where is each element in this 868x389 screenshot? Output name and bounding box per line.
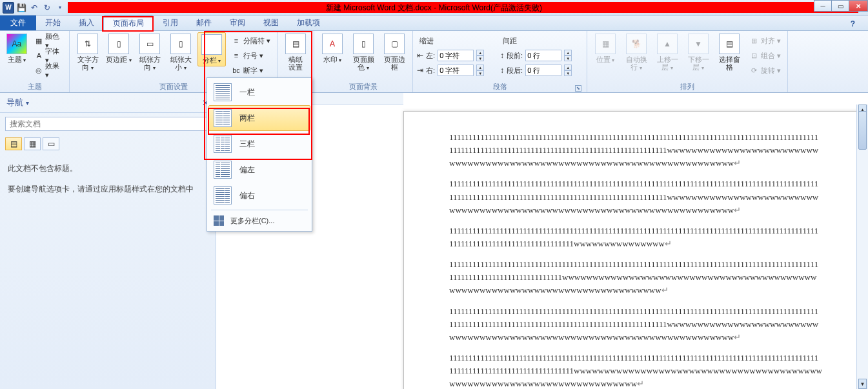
spin-up[interactable]: ▲ bbox=[476, 65, 484, 70]
nav-tab-pages[interactable]: ▦ bbox=[24, 137, 41, 150]
indent-left-field[interactable]: ⇤左: ▲▼ bbox=[417, 48, 498, 63]
page-color-button[interactable]: ▯页面颜色 bbox=[349, 32, 378, 73]
rotate-icon: ⟳ bbox=[749, 65, 759, 75]
spin-down[interactable]: ▼ bbox=[476, 55, 484, 61]
paragraph[interactable]: 1111111111111111111111111111111111111111… bbox=[449, 177, 822, 216]
columns-right[interactable]: 偏右 bbox=[208, 183, 310, 208]
spin-down[interactable]: ▼ bbox=[476, 70, 484, 76]
text-direction-button[interactable]: ⇅文字方向 bbox=[74, 32, 102, 73]
columns-dropdown: 一栏 两栏 三栏 偏左 偏右 更多分栏(C)... bbox=[207, 77, 312, 232]
columns-button[interactable]: 分栏 bbox=[197, 32, 226, 66]
spin-down[interactable]: ▼ bbox=[564, 70, 572, 76]
space-before-field[interactable]: ↕段前: ▲▼ bbox=[500, 48, 583, 63]
left-column-icon bbox=[214, 161, 232, 179]
size-button[interactable]: ▯纸张大小 bbox=[167, 32, 195, 73]
line-numbers-button[interactable]: ≡行号 ▾ bbox=[228, 48, 273, 63]
breaks-button[interactable]: ≡分隔符 ▾ bbox=[228, 34, 273, 48]
nav-tab-results[interactable]: ▭ bbox=[43, 137, 59, 150]
indent-left-icon: ⇤ bbox=[417, 51, 423, 60]
paragraph-launcher[interactable]: ⬊ bbox=[575, 85, 581, 92]
indent-left-input[interactable] bbox=[438, 50, 474, 61]
position-button[interactable]: ▦位置 bbox=[591, 32, 620, 65]
tab-insert[interactable]: 插入 bbox=[70, 15, 103, 30]
page-color-icon: ▯ bbox=[353, 34, 374, 54]
themes-icon: Aa bbox=[6, 34, 27, 54]
paper-settings-button[interactable]: ▤稿纸 设置 bbox=[281, 32, 310, 72]
space-after-icon: ↕ bbox=[500, 66, 504, 75]
selection-icon: ▤ bbox=[719, 34, 740, 54]
paragraph[interactable]: 1111111111111111111111111111111111111111… bbox=[449, 258, 822, 297]
navigation-pane: 导航 ▾ ✕ ▤ ▦ ▭ 此文档不包含标题。 要创建导航选项卡，请通过应用标题样… bbox=[0, 93, 216, 389]
selection-pane-button[interactable]: ▤选择窗格 bbox=[715, 32, 743, 72]
document-area[interactable]: 1111111111111111111111111111111111111111… bbox=[216, 93, 868, 389]
paragraph[interactable]: 1111111111111111111111111111111111111111… bbox=[449, 352, 822, 389]
theme-colors-button[interactable]: ▦颜色 ▾ bbox=[32, 34, 65, 48]
paragraph[interactable]: 1111111111111111111111111111111111111111… bbox=[449, 131, 822, 170]
watermark-button[interactable]: A水印 bbox=[318, 32, 347, 65]
indent-right-field[interactable]: ⇥右: ▲▼ bbox=[417, 63, 498, 77]
backward-icon: ▼ bbox=[688, 34, 709, 54]
space-after-field[interactable]: ↕段后: ▲▼ bbox=[500, 63, 583, 77]
main-area: 导航 ▾ ✕ ▤ ▦ ▭ 此文档不包含标题。 要创建导航选项卡，请通过应用标题样… bbox=[0, 93, 868, 389]
scroll-down-icon[interactable]: ▼ bbox=[858, 379, 867, 389]
indent-right-input[interactable] bbox=[438, 65, 474, 76]
tab-view[interactable]: 视图 bbox=[254, 15, 288, 30]
columns-left[interactable]: 偏左 bbox=[208, 157, 310, 183]
paragraph[interactable]: 1111111111111111111111111111111111111111… bbox=[449, 305, 822, 344]
vertical-scrollbar[interactable]: ▲ ▼ bbox=[856, 105, 868, 389]
tab-review[interactable]: 审阅 bbox=[221, 15, 254, 30]
page-borders-icon: ▢ bbox=[384, 34, 405, 54]
spin-up[interactable]: ▲ bbox=[476, 50, 484, 55]
spin-down[interactable]: ▼ bbox=[564, 55, 572, 61]
group-icon: ⊡ bbox=[749, 50, 759, 61]
document-page[interactable]: 1111111111111111111111111111111111111111… bbox=[403, 111, 868, 389]
more-columns[interactable]: 更多分栏(C)... bbox=[208, 212, 310, 230]
paragraph-mark: ↵ bbox=[734, 332, 741, 342]
group-page-background: A水印 ▯页面颜色 ▢页面边框 页面背景 bbox=[314, 31, 413, 92]
paragraph[interactable]: 1111111111111111111111111111111111111111… bbox=[449, 224, 822, 250]
hyphenation-button[interactable]: bc断字 ▾ bbox=[228, 63, 273, 77]
wrap-icon: 🐕 bbox=[626, 34, 647, 54]
ribbon-help: ㅤ ? bbox=[845, 19, 868, 30]
maximize-button[interactable]: ▭ bbox=[831, 0, 849, 12]
columns-two[interactable]: 两栏 bbox=[208, 105, 310, 131]
close-button[interactable]: ✕ bbox=[849, 0, 868, 12]
columns-one[interactable]: 一栏 bbox=[208, 79, 310, 105]
themes-button[interactable]: Aa 主题 bbox=[4, 32, 29, 65]
columns-icon bbox=[201, 34, 222, 55]
group-paragraph: 缩进 ⇤左: ▲▼ ⇥右: ▲▼ 间距 ↕段前: ▲▼ bbox=[413, 31, 587, 92]
orientation-button[interactable]: ▭纸张方向 bbox=[136, 32, 164, 73]
search-input[interactable] bbox=[5, 117, 210, 131]
tab-page-layout[interactable]: 页面布局 bbox=[103, 15, 154, 31]
theme-fonts-button[interactable]: A字体 ▾ bbox=[32, 48, 65, 63]
nav-tab-headings[interactable]: ▤ bbox=[5, 137, 22, 150]
send-backward-button[interactable]: ▼下移一层 bbox=[684, 32, 712, 73]
columns-three[interactable]: 三栏 bbox=[208, 131, 310, 157]
space-after-input[interactable] bbox=[525, 65, 561, 76]
tab-addins[interactable]: 加载项 bbox=[288, 15, 329, 30]
nav-title: 导航 bbox=[6, 97, 23, 107]
text-direction-icon: ⇅ bbox=[77, 34, 98, 54]
tab-references[interactable]: 引用 bbox=[154, 15, 187, 30]
page-borders-button[interactable]: ▢页面边框 bbox=[380, 32, 409, 72]
fonts-icon: A bbox=[34, 50, 43, 61]
space-before-input[interactable] bbox=[525, 50, 561, 61]
spin-up[interactable]: ▲ bbox=[564, 50, 572, 55]
spin-up[interactable]: ▲ bbox=[564, 65, 572, 70]
align-button[interactable]: ⊞对齐 ▾ bbox=[746, 34, 783, 48]
bring-forward-button[interactable]: ▲上移一层 bbox=[653, 32, 681, 73]
minimize-button[interactable]: ─ bbox=[814, 0, 832, 12]
tab-file[interactable]: 文件 bbox=[0, 15, 36, 30]
help-icon[interactable]: ? bbox=[851, 19, 855, 30]
tab-mailings[interactable]: 邮件 bbox=[187, 15, 221, 30]
rotate-button[interactable]: ⟳旋转 ▾ bbox=[746, 63, 783, 77]
margins-button[interactable]: ▯页边距 bbox=[105, 32, 133, 65]
title-bar: W 💾 ↶ ↻ ▾ 新建 Microsoft Word 文档.docx - Mi… bbox=[0, 0, 868, 15]
scroll-thumb[interactable] bbox=[858, 111, 867, 150]
group-arrange: ▦位置 🐕自动换行 ▲上移一层 ▼下移一层 ▤选择窗格 ⊞对齐 ▾ ⊡组合 ▾ … bbox=[587, 31, 788, 92]
nav-dropdown-icon[interactable]: ▾ bbox=[26, 99, 29, 106]
tab-home[interactable]: 开始 bbox=[36, 15, 70, 30]
wrap-button[interactable]: 🐕自动换行 bbox=[622, 32, 651, 73]
theme-effects-button[interactable]: ◎效果 ▾ bbox=[32, 63, 65, 77]
group-button[interactable]: ⊡组合 ▾ bbox=[746, 48, 783, 63]
